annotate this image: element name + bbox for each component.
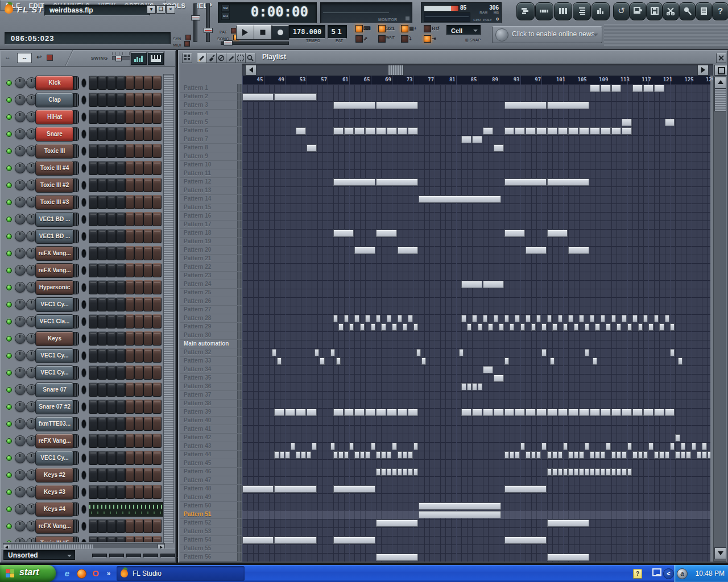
channel-led[interactable] (6, 370, 12, 376)
channel-button[interactable]: Snare (35, 127, 74, 142)
countdown-led[interactable] (378, 25, 386, 32)
pattern-clip[interactable] (330, 349, 335, 356)
pattern-row-label[interactable]: Pattern 30 (180, 331, 242, 340)
step-button[interactable] (89, 93, 98, 107)
step-button[interactable] (98, 434, 107, 448)
pattern-clip[interactable] (307, 144, 317, 152)
step-button[interactable] (116, 383, 125, 397)
pattern-row-label[interactable]: Pattern 8 (180, 144, 242, 152)
pattern-clip[interactable] (697, 451, 701, 459)
channel-mute-indicator[interactable] (81, 283, 86, 292)
step-button[interactable] (116, 127, 125, 141)
pan-knob[interactable] (15, 401, 26, 412)
step-button[interactable] (98, 297, 107, 311)
step-button[interactable] (134, 93, 143, 107)
channel-mute-indicator[interactable] (81, 385, 86, 394)
pattern-clip[interactable] (547, 178, 589, 186)
pattern-clip[interactable] (376, 468, 380, 476)
step-button[interactable] (125, 246, 134, 260)
wand-icon[interactable]: ⇗ (363, 36, 376, 41)
minimize-button[interactable]: ▾ (147, 5, 156, 14)
step-button[interactable] (116, 314, 125, 329)
step-button[interactable] (107, 519, 116, 533)
step-button[interactable] (143, 127, 152, 141)
mixer-window-button[interactable] (592, 2, 610, 20)
pattern-clip[interactable] (611, 451, 616, 459)
draw-tool-button[interactable] (197, 53, 207, 63)
pattern-clip[interactable] (611, 409, 622, 416)
pattern-clip[interactable] (504, 409, 515, 416)
step-button[interactable] (143, 212, 152, 226)
pattern-clip[interactable] (398, 451, 402, 459)
pan-knob[interactable] (15, 265, 26, 276)
select-tool-button[interactable] (235, 53, 246, 63)
pattern-clip[interactable] (296, 451, 300, 459)
step-button[interactable] (125, 417, 134, 431)
pattern-clip[interactable] (547, 230, 568, 237)
step-button[interactable] (134, 468, 143, 482)
position-handle[interactable] (224, 40, 233, 45)
step-button[interactable] (125, 144, 134, 158)
step-button[interactable] (134, 365, 143, 380)
step-button[interactable] (116, 195, 125, 209)
pattern-clip[interactable] (552, 323, 557, 331)
pan-knob[interactable] (15, 333, 26, 344)
channel-button[interactable]: Keys (35, 331, 74, 346)
channel-led[interactable] (6, 421, 12, 427)
step-button[interactable] (125, 161, 134, 175)
channel-led[interactable] (6, 285, 12, 290)
pattern-clip[interactable] (376, 315, 380, 322)
pattern-clip[interactable] (550, 357, 555, 365)
channel-led[interactable] (6, 489, 12, 495)
playlist-options-button[interactable] (182, 53, 192, 63)
step-button[interactable] (152, 229, 162, 243)
pattern-clip[interactable] (291, 443, 295, 450)
pattern-clip[interactable] (504, 127, 515, 135)
pattern-clip[interactable] (563, 323, 568, 331)
pattern-clip[interactable] (606, 468, 610, 476)
pattern-clip[interactable] (494, 144, 504, 152)
pattern-row-label[interactable]: Pattern 2 (180, 93, 242, 101)
pattern-clip[interactable] (467, 323, 471, 331)
pattern-clip[interactable] (595, 451, 599, 459)
quicklaunch-more-chevron[interactable]: » (103, 568, 114, 579)
channel-button[interactable]: VEC1 Cy... (35, 348, 74, 363)
pattern-row-label[interactable]: Pattern 54 (180, 536, 242, 544)
pattern-row-label[interactable]: Pattern 32 (180, 348, 242, 357)
pattern-clip[interactable] (344, 315, 349, 322)
pattern-clip[interactable] (360, 451, 365, 459)
pattern-clip[interactable] (654, 85, 664, 92)
pattern-clip[interactable] (478, 383, 482, 390)
pattern-clip[interactable] (617, 323, 621, 331)
pattern-clip[interactable] (606, 323, 610, 331)
pattern-clip[interactable] (365, 127, 375, 135)
pattern-row-label[interactable]: Pattern 17 (180, 221, 242, 229)
step-button[interactable] (134, 212, 143, 226)
pattern-clip[interactable] (515, 409, 525, 416)
pitch-handle[interactable] (204, 28, 213, 33)
pattern-clip[interactable] (504, 178, 547, 186)
step-button[interactable] (152, 383, 162, 397)
pattern-clip[interactable] (333, 127, 344, 135)
step-button[interactable] (143, 536, 152, 542)
step-button[interactable] (152, 485, 162, 499)
step-button[interactable] (125, 127, 134, 141)
step-button[interactable] (116, 348, 125, 363)
step-button[interactable] (89, 263, 98, 277)
step-button[interactable] (116, 76, 125, 90)
pattern-clip[interactable] (585, 443, 589, 450)
snap-selector[interactable]: Cell (446, 25, 481, 35)
step-button[interactable] (116, 485, 125, 499)
pattern-clip[interactable] (595, 468, 599, 476)
step-button[interactable] (134, 195, 143, 209)
pattern-clip[interactable] (285, 409, 295, 416)
step-button[interactable] (107, 417, 116, 431)
pattern-clip[interactable] (371, 323, 375, 331)
channel-button[interactable]: reFX Vang... (35, 246, 74, 261)
help-button[interactable]: ? (712, 2, 728, 20)
pattern-row-label[interactable]: Pattern 42 (180, 434, 242, 442)
zoom-tool-button[interactable] (245, 53, 255, 63)
step-button[interactable] (152, 451, 162, 465)
pan-knob[interactable] (15, 94, 26, 105)
pattern-clip[interactable] (568, 247, 589, 254)
